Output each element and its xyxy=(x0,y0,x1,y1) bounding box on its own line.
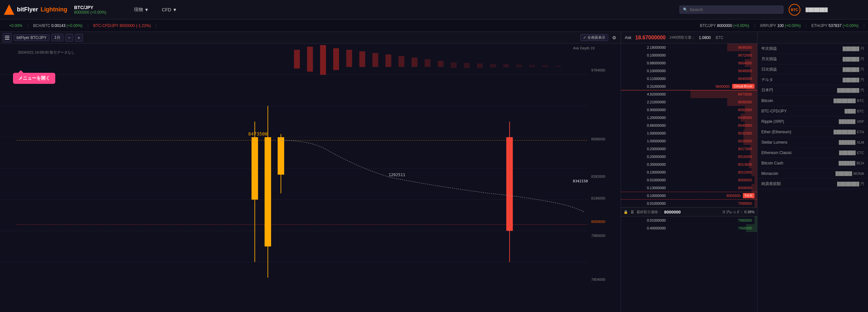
ob-row-ask[interactable]: 0.20000000 8016000 xyxy=(621,153,757,161)
ob-row-ask[interactable]: 0.01000000 7998800 xyxy=(621,199,757,207)
ob-row-ask[interactable]: 1.00000000 8020000 xyxy=(621,137,757,145)
svg-rect-21 xyxy=(451,62,457,68)
ob-row-ask[interactable]: 0.90000000 8092000 xyxy=(621,106,757,114)
pair-price: 8000000 (+0.00%) xyxy=(74,10,126,14)
top-nav: bitFlyer Lightning BTC/JPY 8000000 (+0.0… xyxy=(0,0,868,20)
chart-toolbar: bitFlyer BTC/JPY 1分 − + ⤢ 全画面表示 ⚙ xyxy=(0,32,621,43)
ticker-bar: +0.00% BCH/BTC 0.00143 (+0.00%) BTC-CFD/… xyxy=(0,20,868,32)
ob-volume-label: 24時間取引量： xyxy=(670,35,695,40)
btc-badge[interactable]: BTC xyxy=(789,4,800,15)
cfd-menu[interactable]: CFD ▼ xyxy=(159,6,180,14)
pair-info: BTC/JPY 8000000 (+0.00%) xyxy=(74,5,126,14)
ticker-item-eth[interactable]: ETH/JPY 537837 (+0.00%) xyxy=(806,23,864,28)
ticker-item-pct[interactable]: +0.00% xyxy=(4,23,28,28)
logo-icon xyxy=(4,5,14,15)
ob-divider: 🔒 ☰ 最終取引価格： 8000000 スプレッド： 0.39% xyxy=(621,207,757,216)
ob-row-ask[interactable]: 1.20000000 8048000 xyxy=(621,114,757,122)
ob-row-ask[interactable]: 0.11000000 9640000 xyxy=(621,75,757,83)
ob-row-ask[interactable]: 2.21000000 8096000 xyxy=(621,98,757,106)
portfolio-row-mona[interactable]: Monacoin ██████ MONA xyxy=(757,168,868,179)
svg-rect-10 xyxy=(307,47,313,72)
portfolio-panel: 年次損益 ██████ 円 月次損益 ██████ 円 日次損益 ██████ … xyxy=(757,32,868,312)
svg-text:7980000: 7980000 xyxy=(591,234,605,238)
lock-icon: 🔒 xyxy=(623,210,628,214)
svg-text:9784000: 9784000 xyxy=(591,69,605,72)
ticker-item-bchbtc[interactable]: BCH/BTC 0.00143 (+0.00%) xyxy=(28,23,88,28)
spot-menu[interactable]: 現物 ▼ xyxy=(131,5,152,14)
nav-menus: 現物 ▼ CFD ▼ xyxy=(131,5,180,14)
svg-rect-29 xyxy=(555,65,561,67)
svg-rect-24 xyxy=(490,64,496,68)
ticker-item-btcjpy[interactable]: BTC/JPY 8000000 (+0.00%) xyxy=(695,23,755,28)
ob-volume-value: 1.0800 xyxy=(699,35,711,40)
portfolio-row-monthly[interactable]: 月次損益 ██████ 円 xyxy=(757,54,868,64)
portfolio-row-etc[interactable]: Ethereum Classic ██████ ETC xyxy=(757,148,868,158)
menu-open-tooltip[interactable]: メニューを開く xyxy=(13,73,55,84)
svg-rect-14 xyxy=(359,51,365,67)
ob-row-ask[interactable]: 0.10000000 9648000 xyxy=(621,67,757,75)
timeframe-button[interactable]: 1分 xyxy=(51,34,63,41)
hamburger-button[interactable] xyxy=(3,33,12,42)
portfolio-header xyxy=(757,32,868,43)
portfolio-row-bch[interactable]: Bitcoin Cash ██████ BCH xyxy=(757,158,868,168)
svg-rect-15 xyxy=(372,53,378,67)
ob-row-bid[interactable]: 0.01000000 7980000 xyxy=(621,216,757,224)
ob-row-ask[interactable]: 0.30000000 8013600 xyxy=(621,161,757,168)
main-layout: bitFlyer BTC/JPY 1分 − + ⤢ 全画面表示 ⚙ 2024/3… xyxy=(0,32,868,312)
ob-header: Ask 18.67000000 24時間取引量： 1.0800 BTC xyxy=(621,32,757,43)
chart-pair-label: bitFlyer BTC/JPY xyxy=(14,34,50,41)
ob-row-ask[interactable]: 0.20000000 8017680 xyxy=(621,145,757,153)
search-box[interactable]: 🔍 xyxy=(679,5,783,14)
logo-area: bitFlyer Lightning xyxy=(4,5,69,15)
svg-rect-18 xyxy=(411,58,417,67)
search-input[interactable] xyxy=(689,7,780,12)
ob-row-ask[interactable]: 0.13000000 8008000 xyxy=(621,184,757,192)
ob-row-ask[interactable]: 4.92000000 8473500 xyxy=(621,90,757,98)
ob-row-ask[interactable]: 0.88000000 9664000 xyxy=(621,59,757,67)
portfolio-row-daily[interactable]: 日次損益 ██████ 円 xyxy=(757,64,868,75)
ob-row-ask[interactable]: 0.86000000 8040000 xyxy=(621,122,757,129)
ob-row-ask[interactable]: 0.10000000 9672000 xyxy=(621,51,757,59)
ob-volume-unit: BTC xyxy=(716,35,723,40)
svg-text:1202511: 1202511 xyxy=(389,173,405,177)
ob-row-bid[interactable]: 0.40000000 7968000 xyxy=(621,224,757,232)
chart-minus-button[interactable]: − xyxy=(65,34,73,41)
portfolio-row-xrp[interactable]: Ripple (XRP) ██████ XRP xyxy=(757,116,868,127)
portfolio-row-jpy[interactable]: 日本円 ████████ 円 xyxy=(757,85,868,96)
svg-rect-12 xyxy=(333,48,339,70)
svg-rect-27 xyxy=(529,65,535,67)
ob-row-ask-time[interactable]: 0.10000000 8005600 5分前 xyxy=(621,192,757,199)
chart-plus-button[interactable]: + xyxy=(75,34,83,41)
ob-row-ask[interactable]: 1.00000000 8032000 xyxy=(621,129,757,137)
portfolio-row-eth[interactable]: Ether (Ethereum) ████████ ETH xyxy=(757,127,868,137)
search-icon: 🔍 xyxy=(683,7,688,12)
portfolio-row-annual[interactable]: 年次損益 ██████ 円 xyxy=(757,43,868,54)
svg-rect-37 xyxy=(506,137,513,231)
ob-section[interactable]: 2.18000000 9696000 0.10000000 9672000 0.… xyxy=(621,43,757,312)
ticker-item-xrp[interactable]: XRP/JPY 100 (+0.00%) xyxy=(755,23,807,28)
last-price-label: 最終取引価格： xyxy=(637,210,661,215)
ob-row-ask[interactable]: 2.18000000 9696000 xyxy=(621,43,757,51)
svg-rect-11 xyxy=(320,45,326,75)
settings-button[interactable]: ⚙ xyxy=(610,34,618,41)
portfolio-row-btccfd[interactable]: BTC-CFD/JPY ████ BTC xyxy=(757,106,868,116)
ob-row-ask[interactable]: 0.01000000 8009600 xyxy=(621,176,757,184)
portfolio-row-btc[interactable]: Bitcoin ████████ BTC xyxy=(757,96,868,106)
svg-rect-13 xyxy=(346,50,352,67)
logo-text: bitFlyer xyxy=(17,6,38,13)
svg-rect-22 xyxy=(464,63,470,68)
svg-text:8342150: 8342150 xyxy=(573,179,588,184)
ticker-item-btccfd[interactable]: BTC-CFD/JPY 8000000 (-1.22%) xyxy=(88,23,156,28)
ob-row-ask[interactable]: 0.10000000 8012000 xyxy=(621,168,757,176)
svg-rect-9 xyxy=(294,50,300,69)
list-icon: ☰ xyxy=(631,210,634,214)
portfolio-row-net-assets[interactable]: 純資産総額 ████████ 円 xyxy=(757,179,868,189)
portfolio-row-xlm[interactable]: Stellar Lumens ██████ XLM xyxy=(757,137,868,148)
svg-text:8196000: 8196000 xyxy=(591,196,605,200)
chart-area[interactable]: 2024/3/21 14:08:00 取引データなし 追加・削除 メニューを開く xyxy=(0,43,621,312)
ob-row-circuit[interactable]: 0.31000000 9600000 Circuit Break xyxy=(621,83,757,90)
ob-ask-label: Ask xyxy=(625,35,631,40)
portfolio-row-delta[interactable]: デルタ ██████ 円 xyxy=(757,75,868,85)
fullscreen-button[interactable]: ⤢ 全画面表示 xyxy=(580,34,608,41)
svg-rect-35 xyxy=(278,137,284,175)
